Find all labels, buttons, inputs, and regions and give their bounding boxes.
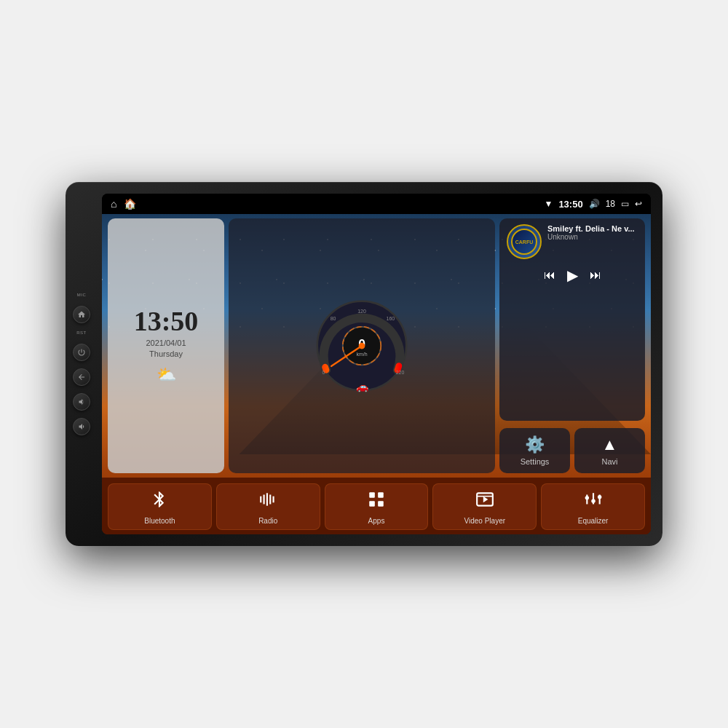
status-bar: ⌂ 🏠 ▼ 13:50 🔊 18 ▭ ↩ xyxy=(102,194,651,214)
vol-down-button[interactable] xyxy=(73,418,90,435)
radio-icon xyxy=(258,490,277,513)
weather-icon: ⛅ xyxy=(157,365,176,384)
clock-date: 2021/04/01 Thursday xyxy=(146,338,186,360)
radio-button[interactable]: Radio xyxy=(216,483,320,530)
main-screen: ⌂ 🏠 ▼ 13:50 🔊 18 ▭ ↩ 13:50 xyxy=(102,194,651,534)
equalizer-label: Equalizer xyxy=(578,517,609,525)
mic-label: MIC xyxy=(77,293,87,297)
settings-navi-row: ⚙️ Settings ▲ Navi xyxy=(499,428,645,473)
svg-rect-16 xyxy=(269,495,271,505)
svg-rect-17 xyxy=(273,496,274,503)
music-info: Smiley ft. Delia - Ne v... Unknown xyxy=(547,224,638,241)
battery-icon: ▭ xyxy=(621,199,629,209)
svg-text:120: 120 xyxy=(357,309,366,314)
vol-up-button[interactable] xyxy=(73,393,90,411)
svg-text:220: 220 xyxy=(396,370,405,375)
power-side-button[interactable] xyxy=(73,344,90,361)
svg-rect-14 xyxy=(264,495,265,505)
settings-label: Settings xyxy=(521,457,550,466)
rst-label: RST xyxy=(76,331,87,335)
equalizer-icon xyxy=(584,490,603,513)
play-button[interactable]: ▶ xyxy=(566,265,579,285)
next-button[interactable]: ⏭ xyxy=(588,267,603,283)
back-nav-icon: ↩ xyxy=(635,199,642,209)
speedometer-svg: 0 80 120 160 220 0 km/h xyxy=(311,295,413,397)
bluetooth-icon xyxy=(150,490,169,513)
widgets-row: 13:50 2021/04/01 Thursday ⛅ xyxy=(102,214,651,478)
status-left: ⌂ 🏠 xyxy=(111,198,136,210)
side-buttons-panel: MIC RST xyxy=(73,293,90,435)
svg-text:km/h: km/h xyxy=(356,352,367,357)
volume-level: 18 xyxy=(606,199,615,209)
music-title: Smiley ft. Delia - Ne v... xyxy=(547,224,638,233)
navi-button[interactable]: ▲ Navi xyxy=(574,428,645,473)
navi-label: Navi xyxy=(601,457,617,466)
settings-icon: ⚙️ xyxy=(525,435,545,454)
back-side-button[interactable] xyxy=(73,368,90,386)
svg-rect-19 xyxy=(378,492,384,498)
wifi-icon: ▼ xyxy=(545,199,553,209)
music-controls: ⏮ ▶ ⏭ xyxy=(507,265,638,285)
svg-text:0: 0 xyxy=(323,370,325,375)
svg-point-11 xyxy=(359,343,365,349)
music-top: CARFU Smiley ft. Delia - Ne v... Unknown xyxy=(507,224,638,259)
apps-label: Apps xyxy=(368,517,385,525)
home-status-icon: ⌂ xyxy=(111,198,116,210)
settings-button[interactable]: ⚙️ Settings xyxy=(499,428,570,473)
svg-text:160: 160 xyxy=(387,316,395,321)
svg-rect-21 xyxy=(378,501,384,507)
radio-label: Radio xyxy=(258,517,277,525)
svg-rect-15 xyxy=(266,493,268,505)
album-art: CARFU xyxy=(507,224,542,259)
svg-text:80: 80 xyxy=(331,316,336,321)
speedometer-widget: 0 80 120 160 220 0 km/h xyxy=(229,218,495,473)
bluetooth-label: Bluetooth xyxy=(144,517,175,525)
house-icon: 🏠 xyxy=(124,198,136,210)
prev-button[interactable]: ⏮ xyxy=(542,267,557,283)
navi-icon: ▲ xyxy=(602,435,618,454)
apps-button[interactable]: Apps xyxy=(325,483,429,530)
svg-point-28 xyxy=(591,499,595,502)
video-player-button[interactable]: Video Player xyxy=(432,483,537,530)
svg-point-26 xyxy=(585,496,588,499)
right-column: CARFU Smiley ft. Delia - Ne v... Unknown… xyxy=(499,218,645,473)
svg-rect-13 xyxy=(260,496,261,503)
home-side-button[interactable] xyxy=(73,306,90,323)
video-player-label: Video Player xyxy=(464,517,506,525)
app-bar: Bluetooth Radio xyxy=(102,478,651,534)
status-time: 13:50 xyxy=(558,199,582,210)
svg-rect-18 xyxy=(369,492,375,498)
video-player-icon xyxy=(475,490,494,513)
main-content-area: 13:50 2021/04/01 Thursday ⛅ xyxy=(102,214,651,534)
bluetooth-button[interactable]: Bluetooth xyxy=(108,483,212,530)
music-widget: CARFU Smiley ft. Delia - Ne v... Unknown… xyxy=(499,218,645,421)
svg-text:🚗: 🚗 xyxy=(356,381,369,393)
apps-icon xyxy=(367,490,386,513)
volume-icon: 🔊 xyxy=(589,199,600,209)
clock-widget: 13:50 2021/04/01 Thursday ⛅ xyxy=(108,218,224,473)
equalizer-button[interactable]: Equalizer xyxy=(541,483,645,530)
svg-point-30 xyxy=(598,495,601,499)
clock-display: 13:50 xyxy=(134,307,199,335)
svg-marker-23 xyxy=(483,496,488,503)
status-right: ▼ 13:50 🔊 18 ▭ ↩ xyxy=(545,199,643,210)
svg-rect-20 xyxy=(369,501,375,507)
music-artist: Unknown xyxy=(547,233,638,241)
car-head-unit: MIC RST ⌂ 🏠 ▼ 13:50 🔊 xyxy=(66,182,662,546)
